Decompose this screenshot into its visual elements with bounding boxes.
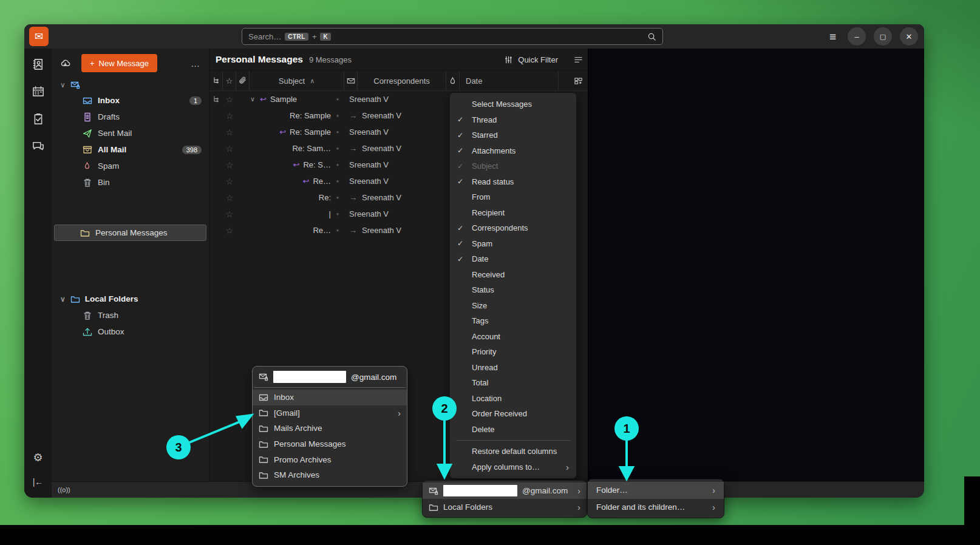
correspondent-cell: →Sreenath V (344, 111, 433, 120)
sidebar-item-outbox[interactable]: Outbox (52, 323, 209, 340)
folder-pane: + New Message … ∨ Inbox1 Drafts Sent Mai… (52, 49, 209, 481)
menu-item-gmail-account[interactable]: @gmail.com › (423, 482, 587, 499)
read-status-dot[interactable]: ● (331, 162, 344, 168)
close-button[interactable]: ✕ (900, 27, 918, 46)
star-icon[interactable]: ☆ (223, 95, 236, 104)
menu-item-folder[interactable]: Folder… › (588, 482, 724, 499)
check-icon: ✓ (457, 131, 471, 140)
read-status-dot[interactable]: ● (331, 195, 344, 200)
get-messages-cloud-icon[interactable] (60, 58, 70, 69)
popup-item-inbox[interactable]: Inbox (253, 390, 407, 405)
quick-filter-sliders-icon[interactable] (504, 55, 513, 64)
menu-item-date[interactable]: ✓Date (450, 251, 576, 267)
menu-item-starred[interactable]: ✓Starred (450, 127, 576, 143)
menu-item-unread[interactable]: Unread (450, 360, 576, 376)
sidebar-item-bin[interactable]: Bin (52, 174, 209, 191)
menu-item-read-status[interactable]: ✓Read status (450, 174, 576, 190)
star-column-icon[interactable]: ☆ (223, 71, 236, 90)
sidebar-item-inbox[interactable]: Inbox1 (52, 92, 209, 109)
sidebar-item-personal-messages[interactable]: Personal Messages (54, 225, 206, 241)
global-search-input[interactable]: Search… CTRL + K (242, 28, 663, 45)
subject-cell: Re: Sam… (236, 144, 331, 153)
column-picker-icon[interactable] (559, 71, 588, 90)
read-status-dot[interactable]: ● (331, 178, 344, 184)
subject-cell: ↩Re: Sample (236, 127, 331, 137)
menu-item-tags[interactable]: Tags (450, 313, 576, 329)
menu-item-thread[interactable]: ✓Thread (450, 112, 576, 128)
popup-item-personal-messages[interactable]: Personal Messages (253, 436, 407, 452)
star-icon[interactable]: ☆ (223, 226, 236, 235)
star-icon[interactable]: ☆ (223, 193, 236, 203)
collapse-thread-icon[interactable]: ∨ (250, 95, 255, 103)
account-row[interactable]: ∨ (52, 78, 209, 92)
tasks-icon[interactable] (31, 112, 46, 126)
spam-column-icon[interactable] (446, 71, 460, 90)
column-header-subject[interactable]: Subject ∧ (250, 71, 344, 90)
popup-item--gmail[interactable]: [Gmail]› (253, 405, 407, 421)
sidebar-item-drafts[interactable]: Drafts (52, 109, 209, 125)
sidebar-item-all-mail[interactable]: All Mail398 (52, 141, 209, 158)
read-status-dot[interactable]: ● (331, 129, 344, 135)
star-icon[interactable]: ☆ (223, 160, 236, 170)
sidebar-item-spam[interactable]: Spam (52, 158, 209, 174)
new-message-button[interactable]: + New Message (81, 54, 157, 72)
chat-icon[interactable] (31, 139, 46, 154)
page-title: Personal Messages (216, 54, 303, 65)
quick-filter-label[interactable]: Quick Filter (518, 55, 558, 64)
star-icon[interactable]: ☆ (223, 209, 236, 219)
menu-item-local-folders[interactable]: Local Folders › (423, 499, 587, 515)
thread-column-icon[interactable] (209, 71, 223, 90)
sidebar-item-local-folders[interactable]: ∨ Local Folders (52, 291, 209, 307)
star-icon[interactable]: ☆ (223, 177, 236, 186)
popup-item-mails-archive[interactable]: Mails Archive (253, 421, 407, 436)
popup-item-sm-archives[interactable]: SM Archives (253, 467, 407, 483)
menu-item-restore-default-columns[interactable]: Restore default columns (450, 444, 576, 459)
ctrl-key-badge: CTRL (285, 33, 308, 41)
submenu-arrow-icon: › (398, 408, 401, 418)
sidebar-item-sent-mail[interactable]: Sent Mail (52, 125, 209, 141)
app-menu-icon[interactable]: ≡ (829, 31, 836, 42)
menu-item-spam[interactable]: ✓Spam (450, 236, 576, 252)
star-icon[interactable]: ☆ (223, 111, 236, 121)
read-status-dot[interactable]: ● (331, 113, 344, 118)
read-status-dot[interactable]: ● (331, 146, 344, 151)
menu-item-total[interactable]: Total (450, 375, 576, 391)
popup-item-promo-archives[interactable]: Promo Archives (253, 452, 407, 467)
menu-item-delete[interactable]: Delete (450, 422, 576, 438)
address-book-icon[interactable] (31, 57, 46, 72)
collapse-spaces-icon[interactable]: |← (31, 475, 46, 489)
menu-item-folder-and-children[interactable]: Folder and its children… › (588, 499, 724, 516)
menu-item-location[interactable]: Location (450, 391, 576, 407)
menu-item-select-messages[interactable]: Select Messages (450, 96, 576, 112)
menu-item-status[interactable]: Status (450, 282, 576, 298)
search-placeholder: Search… (248, 32, 281, 41)
sidebar-item-trash[interactable]: Trash (52, 307, 209, 323)
read-status-dot[interactable]: ● (331, 96, 344, 102)
message-list-display-options-icon[interactable] (574, 55, 583, 64)
menu-item-correspondents[interactable]: ✓Correspondents (450, 220, 576, 236)
menu-item-from[interactable]: From (450, 189, 576, 205)
column-header-date[interactable]: Date (460, 71, 559, 90)
attachment-column-icon[interactable] (236, 71, 250, 90)
column-header-correspondents[interactable]: Correspondents (358, 71, 446, 90)
menu-item-order-received[interactable]: Order Received (450, 406, 576, 422)
menu-item-size[interactable]: Size (450, 298, 576, 314)
menu-item-apply-columns-to[interactable]: Apply columns to…› (450, 459, 576, 475)
menu-item-recipient[interactable]: Recipient (450, 205, 576, 221)
folder-icon (259, 408, 268, 418)
settings-gear-icon[interactable]: ⚙ (31, 450, 46, 465)
minimize-button[interactable]: – (848, 27, 866, 46)
menu-item-received[interactable]: Received (450, 267, 576, 283)
star-icon[interactable]: ☆ (223, 127, 236, 137)
folder-pane-options-icon[interactable]: … (191, 58, 200, 69)
file-icon (82, 112, 92, 122)
star-icon[interactable]: ☆ (223, 144, 236, 154)
menu-item-attachments[interactable]: ✓Attachments (450, 143, 576, 159)
calendar-icon[interactable] (31, 84, 46, 99)
read-status-column-icon[interactable] (344, 71, 358, 90)
maximize-button[interactable]: ▢ (874, 27, 892, 46)
read-status-dot[interactable]: ● (331, 211, 344, 217)
menu-item-account[interactable]: Account (450, 329, 576, 345)
read-status-dot[interactable]: ● (331, 228, 344, 233)
menu-item-priority[interactable]: Priority (450, 344, 576, 360)
